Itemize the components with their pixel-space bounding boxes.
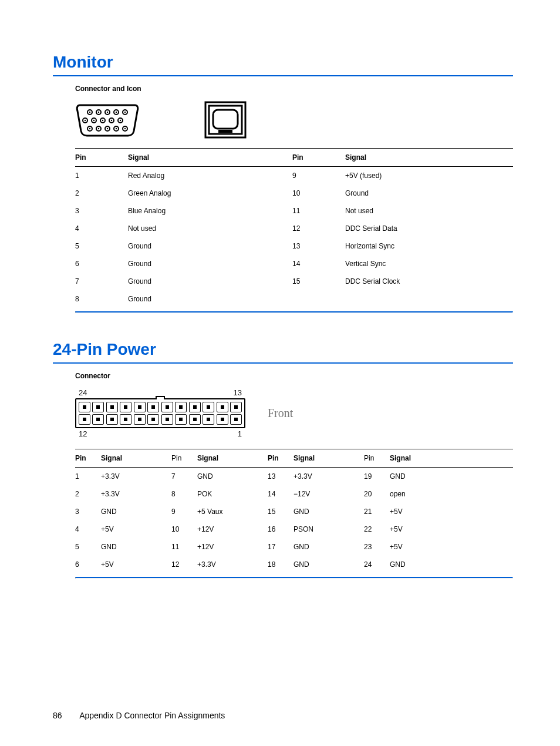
cell: 4 — [75, 220, 128, 237]
table-row: 4+5V10+12V16PSON22+5V — [75, 520, 513, 538]
vga-connector-icon — [75, 103, 140, 137]
th-signal: Signal — [345, 149, 513, 167]
cell: Vertical Sync — [345, 255, 513, 273]
cell: 3 — [75, 202, 128, 220]
cell: 15 — [292, 273, 345, 290]
cell: DDC Serial Clock — [345, 273, 513, 290]
connector-pin — [230, 414, 242, 425]
connector-pin — [161, 402, 173, 412]
cell: Red Analog — [128, 167, 292, 185]
svg-point-20 — [124, 112, 126, 113]
table-row: 8Ground — [75, 290, 513, 308]
cell: 10 — [171, 520, 197, 538]
monitor-icon — [204, 101, 247, 139]
cell: 7 — [171, 468, 197, 486]
connector-pin — [92, 414, 104, 425]
th-pin: Pin — [292, 149, 345, 167]
cell: 20 — [364, 485, 390, 503]
svg-point-23 — [102, 120, 103, 121]
cell: +3.3V — [101, 485, 171, 503]
th-signal: Signal — [294, 449, 364, 468]
table-row: 2+3.3V8POK14−12V20open — [75, 485, 513, 503]
connector-pin — [106, 414, 118, 425]
th-pin: Pin — [75, 149, 128, 167]
th-signal: Signal — [197, 449, 268, 468]
table-row: 7Ground15DDC Serial Clock — [75, 273, 513, 290]
cell: 17 — [268, 538, 294, 556]
table-row: 1+3.3V7GND13+3.3V19GND — [75, 468, 513, 486]
subhead-monitor: Connector and Icon — [75, 85, 513, 93]
connector-pin — [79, 414, 90, 425]
rule — [75, 311, 513, 313]
cell: 3 — [75, 503, 101, 520]
th-signal: Signal — [128, 149, 292, 167]
th-pin: Pin — [364, 449, 390, 468]
connector-pin — [134, 402, 146, 412]
cell: 13 — [292, 237, 345, 255]
connector-pin — [189, 402, 201, 412]
front-label: Front — [268, 406, 293, 420]
table-row: 3Blue Analog11Not used — [75, 202, 513, 220]
connector-pin — [217, 414, 228, 425]
connector-pin — [189, 414, 201, 425]
connector-pin — [230, 402, 242, 412]
cell: POK — [197, 485, 268, 503]
svg-point-16 — [89, 112, 90, 113]
heading-monitor: Monitor — [53, 53, 513, 72]
cell: +5V — [390, 538, 513, 556]
cell: 15 — [268, 503, 294, 520]
section-monitor: Monitor Connector and Icon — [53, 53, 513, 313]
cell: +12V — [197, 520, 268, 538]
power-connector-figure: 24 13 12 1 — [75, 388, 245, 438]
table-row: 5Ground13Horizontal Sync — [75, 237, 513, 255]
connector-pin — [120, 414, 131, 425]
svg-point-30 — [124, 128, 126, 129]
cell: 12 — [292, 220, 345, 237]
cell: 6 — [75, 556, 101, 573]
fig-label: 13 — [234, 388, 242, 397]
cell: 10 — [292, 184, 345, 202]
cell: GND — [101, 503, 171, 520]
cell: +5V — [101, 520, 171, 538]
page-footer: 86 Appendix D Connector Pin Assignments — [53, 711, 225, 720]
cell: GND — [294, 503, 364, 520]
svg-point-24 — [111, 120, 112, 121]
cell: 24 — [364, 556, 390, 573]
svg-point-29 — [116, 128, 117, 129]
cell: GND — [294, 538, 364, 556]
table-row: 1Red Analog9+5V (fused) — [75, 167, 513, 185]
table-row: 4Not used12DDC Serial Data — [75, 220, 513, 237]
svg-point-19 — [116, 112, 117, 113]
cell: 13 — [268, 468, 294, 486]
connector-pin — [217, 402, 228, 412]
connector-pin — [147, 414, 159, 425]
cell: +5V — [390, 503, 513, 520]
table-row: 2Green Analog10Ground — [75, 184, 513, 202]
cell: Not used — [345, 202, 513, 220]
cell: 9 — [171, 503, 197, 520]
cell: 11 — [292, 202, 345, 220]
svg-rect-33 — [213, 110, 238, 129]
cell: GND — [197, 468, 268, 486]
connector-pin — [120, 402, 131, 412]
footer-text: Appendix D Connector Pin Assignments — [79, 711, 225, 720]
cell: 1 — [75, 468, 101, 486]
table-row: 6Ground14Vertical Sync — [75, 255, 513, 273]
fig-label: 12 — [79, 429, 87, 438]
svg-rect-34 — [218, 130, 232, 133]
cell: Green Analog — [128, 184, 292, 202]
cell: 5 — [75, 237, 128, 255]
connector-pin — [175, 414, 187, 425]
monitor-pin-table: Pin Signal Pin Signal 1Red Analog9+5V (f… — [75, 148, 513, 308]
cell: 8 — [75, 290, 128, 308]
cell: +3.3V — [294, 468, 364, 486]
cell — [292, 290, 345, 308]
cell: GND — [390, 468, 513, 486]
connector-pin — [175, 402, 187, 412]
svg-point-17 — [98, 112, 99, 113]
cell: Not used — [128, 220, 292, 237]
cell: Ground — [345, 184, 513, 202]
cell: Ground — [128, 290, 292, 308]
cell: GND — [294, 556, 364, 573]
cell: 14 — [268, 485, 294, 503]
